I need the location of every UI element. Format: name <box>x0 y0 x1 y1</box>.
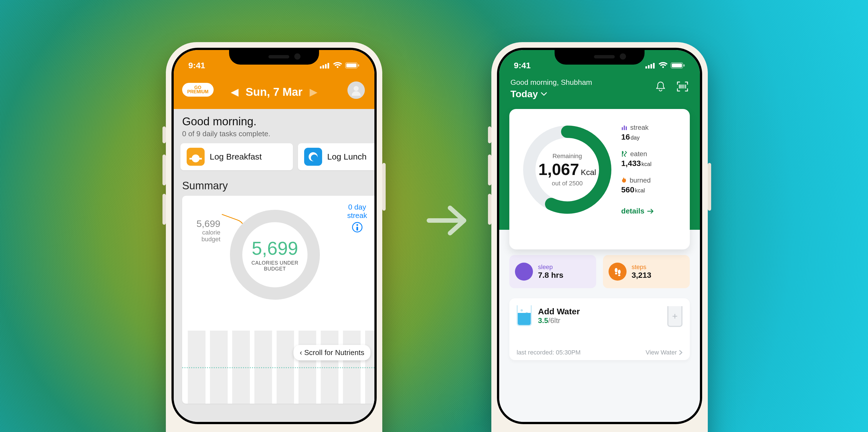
stat-value: 3,213 <box>631 271 651 280</box>
streak-indicator[interactable]: 0 day streak <box>347 203 367 234</box>
remaining-label: Remaining <box>552 153 582 160</box>
chevron-right-icon <box>679 350 682 355</box>
svg-rect-17 <box>650 64 652 69</box>
calorie-ring: 5,699 CALORIES UNDER BUDGET <box>230 210 320 300</box>
svg-rect-0 <box>320 66 321 69</box>
date-label[interactable]: Sun, 7 Mar <box>246 86 303 98</box>
phone-notch <box>555 48 645 65</box>
svg-rect-2 <box>325 64 327 69</box>
svg-rect-21 <box>683 64 685 67</box>
metric-eaten: eaten 1,433kcal <box>621 150 654 168</box>
date-next-button[interactable]: ▶ <box>310 86 317 97</box>
task-label: Log Lunch <box>327 152 367 162</box>
user-icon <box>350 85 362 96</box>
footsteps-icon <box>609 263 626 280</box>
budget-value: 5,699 <box>187 218 220 229</box>
bell-icon <box>655 81 666 92</box>
profile-avatar[interactable] <box>347 81 365 99</box>
utensils-icon <box>621 151 627 157</box>
info-icon[interactable] <box>352 222 363 233</box>
moon-icon: zzz <box>515 263 533 280</box>
add-water-button[interactable]: + <box>667 306 682 327</box>
daily-task-row[interactable]: Log Breakfast Log Lunch <box>174 140 374 172</box>
streak-word: streak <box>347 211 367 220</box>
metric-streak: streak 16day <box>621 124 654 141</box>
app-b-screen: 9:41 Good morning, Shubham Today <box>499 50 700 422</box>
calorie-card[interactable]: Remaining 1,067Kcal out of 2500 streak 1… <box>509 109 690 250</box>
wifi-icon <box>333 62 342 69</box>
signal-icon <box>645 62 655 69</box>
sun-icon <box>304 148 322 166</box>
svg-rect-24 <box>622 127 623 130</box>
stat-card-sleep[interactable]: zzz sleep 7.8 hrs <box>509 255 596 288</box>
date-dropdown[interactable]: Today <box>510 89 592 99</box>
date-label: Today <box>510 89 538 99</box>
svg-point-7 <box>353 86 359 91</box>
summary-card[interactable]: 0 day streak 5,699 calorie budget 5,699 <box>182 196 374 404</box>
date-prev-button[interactable]: ◀ <box>231 86 238 97</box>
phone-frame-right: 9:41 Good morning, Shubham Today <box>491 42 708 432</box>
bar-chart-icon <box>621 125 627 131</box>
stat-value: 7.8 hrs <box>538 271 563 280</box>
summary-heading: Summary <box>174 172 374 196</box>
sunrise-icon <box>187 148 205 166</box>
calories-remaining: 5,699 <box>252 238 298 259</box>
water-glass-icon <box>517 305 532 326</box>
details-link[interactable]: details <box>621 207 654 215</box>
kcal-unit: Kcal <box>581 168 596 177</box>
app-a-screen: 9:41 GO PREMIUM ◀ Sun, 7 Mar <box>174 50 374 422</box>
task-log-breakfast[interactable]: Log Breakfast <box>181 143 293 170</box>
svg-rect-5 <box>346 64 356 67</box>
svg-rect-6 <box>358 64 359 67</box>
water-amount: 3.5/6ltr <box>538 316 580 325</box>
tasks-progress: 0 of 9 daily tasks complete. <box>182 130 366 138</box>
svg-point-11 <box>311 155 318 161</box>
phone-notch <box>229 48 319 65</box>
stat-label: sleep <box>538 263 563 271</box>
remaining-outof: out of 2500 <box>552 180 583 187</box>
svg-point-30 <box>618 270 621 274</box>
go-premium-chip[interactable]: GO PREMIUM <box>182 83 214 97</box>
view-water-link[interactable]: View Water <box>646 349 682 356</box>
budget-caption: calorie budget <box>187 229 220 243</box>
stat-card-steps[interactable]: steps 3,213 <box>603 255 690 288</box>
svg-text:zzz: zzz <box>523 269 526 272</box>
svg-rect-3 <box>328 63 329 69</box>
calorie-budget-label: 5,699 calorie budget <box>187 218 220 243</box>
svg-rect-15 <box>645 66 647 69</box>
barcode-scan-button[interactable] <box>676 80 689 93</box>
metric-burned: burned 560kcal <box>621 176 654 194</box>
water-last-recorded: last recorded: 05:30PM <box>517 349 581 356</box>
wifi-icon <box>658 62 668 69</box>
calorie-progress-ring: Remaining 1,067Kcal out of 2500 <box>520 122 615 218</box>
svg-rect-18 <box>653 63 655 69</box>
streak-value: 0 day <box>347 203 367 211</box>
task-log-lunch[interactable]: Log Lunch <box>298 143 374 170</box>
svg-rect-20 <box>672 64 682 67</box>
status-time: 9:41 <box>514 61 531 70</box>
svg-point-13 <box>356 224 358 226</box>
task-label: Log Breakfast <box>210 152 262 162</box>
greeting-title: Good morning. <box>182 115 366 128</box>
barcode-icon <box>677 81 688 92</box>
go-premium-line2: PREMIUM <box>187 89 209 94</box>
svg-rect-16 <box>648 65 650 69</box>
stat-label: steps <box>631 263 651 271</box>
svg-point-31 <box>618 274 620 276</box>
remaining-value: 1,067 <box>538 160 579 179</box>
svg-point-29 <box>615 273 617 274</box>
nutrient-bars[interactable] <box>182 331 374 404</box>
battery-icon <box>671 62 685 69</box>
svg-rect-26 <box>626 126 627 130</box>
svg-rect-25 <box>624 126 625 130</box>
notifications-button[interactable] <box>654 80 667 93</box>
water-card[interactable]: Add Water 3.5/6ltr + last recorded: 05:3… <box>509 298 690 360</box>
status-time: 9:41 <box>188 61 205 70</box>
greeting-text: Good morning, Shubham <box>510 78 592 87</box>
arrow-right-icon <box>426 202 471 239</box>
svg-point-9 <box>192 155 199 162</box>
arrow-right-icon <box>647 209 654 214</box>
phone-frame-left: 9:41 GO PREMIUM ◀ Sun, 7 Mar <box>166 42 382 432</box>
scroll-hint[interactable]: ‹ Scroll for Nutrients <box>293 345 370 360</box>
svg-rect-1 <box>322 65 324 69</box>
